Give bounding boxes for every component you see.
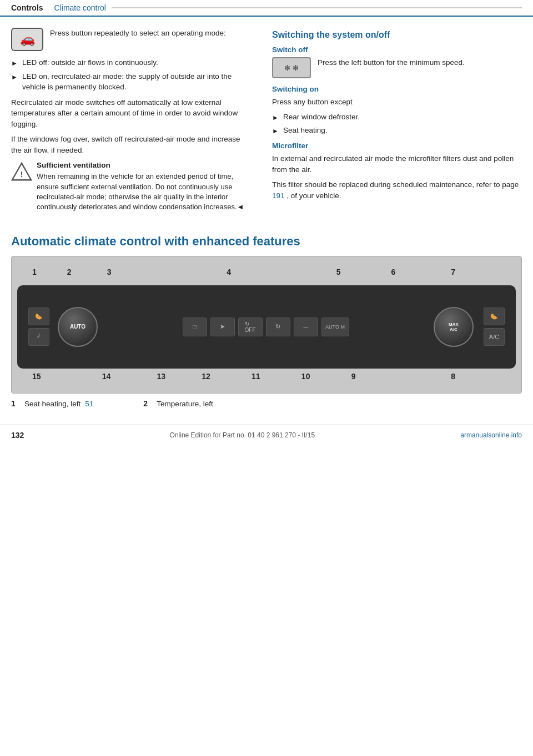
bottom-number-row: 15 14 13 12 11 10 9 8 [17, 372, 516, 387]
label-1-top: 1 [32, 268, 37, 276]
left-column: 🚗 Press button repeatedly to select an o… [11, 28, 250, 218]
label-13-bottom: 13 [157, 372, 165, 381]
auto-knob-area: AUTO [58, 307, 98, 347]
recirculate-off-btn: ↻OFF [238, 317, 263, 336]
right-column: Switching the system on/off Switch off ❇… [272, 28, 522, 218]
label-2-top: 2 [67, 268, 72, 276]
airflow-btn: ─ [294, 317, 318, 336]
warning-triangle-icon: ! [11, 161, 31, 181]
page-number: 132 [11, 431, 24, 440]
switching-on-intro: Press any button except [272, 97, 522, 108]
caption-text-2: Temperature, left [157, 400, 213, 408]
warning-block: ! Sufficient ventilation When remaining … [11, 161, 250, 212]
label-10-bottom: 10 [301, 372, 310, 381]
recirculated-text: Recirculated air mode switches off autom… [11, 97, 250, 130]
caption-row: 1 Seat heating, left 51 2 Temperature, l… [0, 394, 533, 414]
switch-off-block: ❇ ❇ Press the left button for the minimu… [272, 57, 522, 78]
caption-2: 2 Temperature, left [143, 399, 213, 408]
label-12-bottom: 12 [202, 372, 210, 381]
bullet-arrow-1: ► [11, 59, 18, 68]
label-11-bottom: 11 [252, 372, 260, 381]
label-5-top: 5 [336, 268, 341, 276]
auto-knob: AUTO [58, 307, 98, 347]
mode-description-block: 🚗 Press button repeatedly to select an o… [11, 28, 250, 51]
header-tab-controls[interactable]: Controls [11, 3, 43, 12]
website-link[interactable]: armanualsonline.info [460, 431, 522, 439]
switch-buttons-icon: ❇ ❇ [272, 57, 311, 78]
bullet-arrow-4: ► [272, 127, 279, 136]
caption-num-1: 1 [11, 399, 20, 408]
caption-1: 1 Seat heating, left 51 [11, 399, 93, 408]
recirculate-icon: 🚗 [11, 28, 43, 51]
warning-content: Sufficient ventilation When remaining in… [37, 161, 250, 212]
recirculate-on-btn: ↻ [266, 317, 290, 336]
label-14-bottom: 14 [102, 372, 111, 381]
max-ac-knob: MAXA/C [434, 307, 474, 347]
bullet-rear-defroster-text: Rear window defroster. [283, 112, 360, 123]
right-knob-area: MAXA/C [434, 307, 474, 347]
bullet-seat-heating-text: Seat heating. [283, 125, 328, 136]
warning-body: When remaining in the vehicle for an ext… [37, 172, 250, 212]
seat-heat-top-btn: 🌭 [28, 308, 49, 325]
ac-btn: A/C [484, 328, 505, 346]
caption-num-2: 2 [143, 399, 152, 408]
center-section: □ ➤ ↻OFF ↻ ─ AUTO M [103, 317, 428, 336]
label-6-top: 6 [391, 268, 396, 276]
bullet-led-on-text: LED on, recirculated-air mode: the suppl… [22, 72, 250, 93]
switching-on-heading: Switching on [272, 85, 522, 93]
bullet-led-off: ► LED off: outside air flows in continuo… [11, 58, 250, 68]
bullet-led-on: ► LED on, recirculated-air mode: the sup… [11, 72, 250, 93]
microfilter-text1: In external and recirculated air mode th… [272, 153, 522, 175]
fan-icon-btn: ╯ [28, 328, 49, 346]
page-header: Controls Climate control [0, 0, 533, 17]
big-section-heading: Automatic climate control with enhanced … [11, 234, 522, 249]
switch-off-heading: Switch off [272, 46, 522, 54]
bullet-rear-defroster: ► Rear window defroster. [272, 112, 522, 123]
vent-btn: □ [183, 317, 207, 336]
defrost-btn: ➤ [210, 317, 235, 336]
header-tab-climate[interactable]: Climate control [54, 3, 106, 12]
control-panel: 🌭 ╯ AUTO □ ➤ ↻OFF ↻ ─ AUTO M MAXA/C 🌭 A/ [17, 285, 516, 369]
bullet-arrow-3: ► [272, 113, 279, 123]
right-btn-area: 🌭 A/C [484, 308, 505, 346]
mode-press-text: Press button repeatedly to select an ope… [50, 28, 226, 39]
label-4-top: 4 [227, 268, 231, 276]
label-7-top: 7 [451, 268, 455, 276]
mode-description-text: Press button repeatedly to select an ope… [50, 28, 226, 42]
fog-text: If the windows fog over, switch off reci… [11, 134, 250, 155]
header-divider [112, 7, 522, 8]
main-content: 🚗 Press button repeatedly to select an o… [0, 17, 533, 223]
page-footer: 132 Online Edition for Part no. 01 40 2 … [0, 425, 533, 445]
bullet-led-off-text: LED off: outside air flows in continuous… [22, 58, 158, 68]
warning-title: Sufficient ventilation [37, 161, 250, 169]
switch-off-text: Press the left button for the minimum sp… [318, 57, 465, 68]
label-9-bottom: 9 [351, 372, 356, 381]
left-section: 🌭 ╯ [28, 308, 49, 346]
microfilter-heading: Microfilter [272, 142, 522, 150]
caption-link-1[interactable]: 51 [85, 400, 93, 408]
top-number-row: 1 2 3 4 5 6 7 [17, 268, 516, 283]
label-15-bottom: 15 [32, 372, 41, 381]
bullet-seat-heating: ► Seat heating. [272, 125, 522, 136]
microfilter-page-link[interactable]: 191 [272, 191, 285, 200]
heated-rear-btn: 🌭 [484, 308, 505, 325]
bullet-arrow-2: ► [11, 73, 18, 82]
label-3-top: 3 [107, 268, 112, 276]
caption-text-1: Seat heating, left [24, 400, 81, 408]
svg-text:!: ! [20, 169, 23, 179]
auto-m-btn: AUTO M [321, 317, 349, 336]
system-on-off-heading: Switching the system on/off [272, 30, 522, 40]
label-8-bottom: 8 [451, 372, 455, 381]
edition-text: Online Edition for Part no. 01 40 2 961 … [170, 431, 315, 439]
climate-image-area: 1 2 3 4 5 6 7 🌭 ╯ AUTO □ ➤ ↻OFF ↻ ─ AUTO… [11, 256, 522, 394]
center-top-row: □ ➤ ↻OFF ↻ ─ AUTO M [183, 317, 349, 336]
microfilter-text2: This filter should be replaced during sc… [272, 179, 522, 201]
